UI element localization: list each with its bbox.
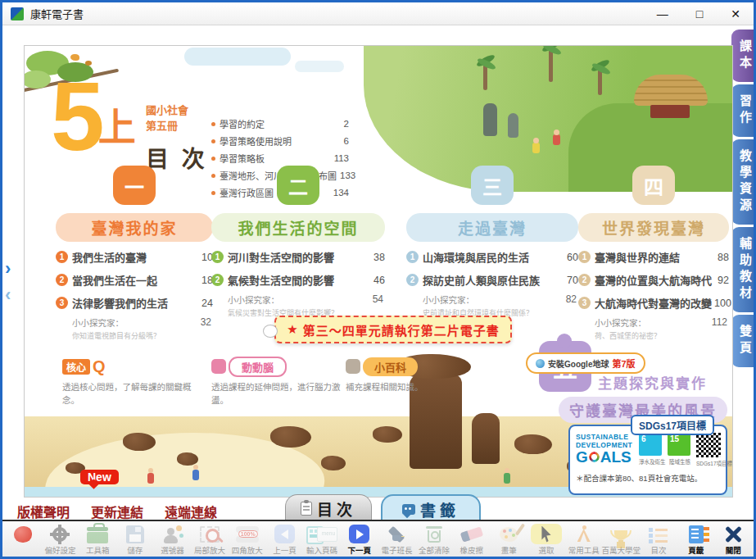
zoom-corner-icon: 100% — [236, 525, 259, 543]
toc-list-icon — [649, 526, 668, 543]
grade-heading: 5 上 — [51, 70, 136, 162]
page-back-arrow[interactable]: ‹ — [5, 284, 11, 306]
rock — [177, 452, 198, 466]
unit-4-number-icon: 四 — [632, 166, 675, 205]
clipboard-icon — [301, 502, 312, 516]
book-tabs-icon — [689, 525, 704, 543]
lesson-row[interactable]: 1 臺灣與世界的連結 88 — [578, 249, 729, 265]
lesson-row[interactable]: 2 臺灣的位置與大航海時代 92 — [578, 272, 729, 288]
sdg-goal-15-icon: 15 陸域生態 — [668, 433, 692, 466]
bullet-icon — [211, 122, 215, 126]
legend-brainstorm: 動動腦 透過課程的延伸問題，進行腦力激盪。 — [211, 357, 352, 407]
unit-1-title[interactable]: 臺灣我的家 — [56, 213, 213, 242]
new-badge: New — [80, 470, 119, 484]
prev-page-icon — [274, 525, 295, 543]
toc-button[interactable]: 目次 — [640, 521, 677, 557]
preferences-button[interactable]: 偏好設定 — [42, 521, 79, 557]
bookmark-tab[interactable]: 書籤 — [381, 494, 481, 522]
clear-all-button[interactable]: 全部清除 — [415, 521, 453, 557]
zoom-area-button[interactable]: 局部放大 — [191, 521, 229, 557]
prev-page-button[interactable]: 上一頁 — [266, 521, 304, 557]
front-matter-item[interactable]: 學習策略使用說明 6 — [211, 134, 349, 148]
globe-icon — [536, 359, 545, 368]
next-page-button[interactable]: 下一頁 — [341, 521, 378, 557]
minimize-button[interactable]: — — [657, 8, 668, 20]
mascot-tool[interactable] — [4, 521, 42, 557]
sdg-note: ＊配合課本第80、81頁社會充電站。 — [576, 472, 721, 484]
tab-textbook[interactable]: 課本 — [731, 30, 754, 82]
bird-icon — [70, 54, 79, 61]
walking-kid-illustration — [532, 143, 540, 153]
install-google-earth-button[interactable]: 安裝Google地球 第7版 — [526, 352, 645, 374]
maximize-button[interactable]: □ — [696, 8, 703, 20]
walking-person-illustration — [192, 470, 199, 480]
tab-workbook[interactable]: 習作 — [731, 84, 754, 137]
page-input-icon: menu — [306, 526, 337, 542]
rock-pillar-illustration — [472, 413, 500, 464]
cloud-illustration — [184, 48, 291, 66]
page-input-button[interactable]: menu 輸入頁碼 — [303, 521, 341, 557]
save-button[interactable]: 儲存 — [116, 521, 154, 557]
number-picker-button[interactable]: 選號器 — [154, 521, 192, 557]
palm-tree-icon — [598, 69, 602, 95]
palette-icon — [500, 527, 518, 542]
title-bar: 康軒電子書 — □ ✕ — [2, 2, 754, 25]
unit-1-number-icon: 一 — [113, 166, 156, 205]
save-icon — [126, 525, 144, 543]
rock — [321, 456, 346, 470]
class-monitor-button[interactable]: 電子班長 — [378, 521, 416, 557]
sdg-qr-code: SDGs17項目標 — [696, 433, 721, 467]
unit-2-title[interactable]: 我們生活的空間 — [211, 213, 385, 242]
toolbox-button[interactable]: 工具箱 — [79, 521, 116, 557]
lesson-row[interactable]: 1 河川對生活空間的影響 38 — [211, 249, 385, 265]
compass-icon — [576, 525, 592, 543]
sdg-17-goals-button[interactable]: SDGs17項目標 — [631, 415, 714, 435]
unit-2-column: 二 我們生活的空間 1 河川對生活空間的影響 38 2 氣候對生活空間的影響 4… — [211, 166, 385, 318]
graduation-cap-icon — [385, 526, 408, 543]
explorer-row[interactable]: 小小探究家： 82 史前遺址和自然環境有什麼關係？ — [406, 293, 578, 318]
number-picker-icon — [162, 525, 182, 543]
lesson-row[interactable]: 3 法律影響我們的生活 24 — [56, 295, 213, 311]
lesson-row[interactable]: 2 氣候對生活空間的影響 46 — [211, 272, 385, 288]
zoom-corner-button[interactable]: 100% 四角放大 — [229, 521, 266, 557]
toc-tab[interactable]: 目次 — [285, 494, 372, 522]
common-tools-button[interactable]: 常用工具 — [565, 521, 603, 557]
lesson-row[interactable]: 1 我們生活的臺灣 10 — [56, 249, 213, 265]
page-tabs-button[interactable]: 頁籤 — [677, 521, 715, 557]
close-button[interactable]: ✕ — [731, 8, 740, 20]
explorer-row[interactable]: 小小探究家： 32 你知道電視節目有分級嗎？ — [56, 316, 213, 341]
unit-4-title[interactable]: 世界發現臺灣 — [578, 213, 729, 242]
tab-teaching-resources[interactable]: 教學資源 — [731, 139, 754, 225]
eraser-button[interactable]: 橡皮擦 — [453, 521, 491, 557]
rock — [270, 426, 311, 448]
trash-icon — [428, 530, 441, 543]
trophy-icon — [614, 530, 627, 540]
explorer-row[interactable]: 小小探究家： 54 氣候災害對生活空間有什麼影響？ — [211, 293, 385, 318]
unit-3-column: 三 走過臺灣 1 山海環境與居民的生活 60 2 探訪史前人類與原住民族 70 … — [406, 166, 578, 318]
mascot-icon — [346, 359, 360, 374]
quiz-button[interactable]: 百萬大學堂 — [603, 521, 641, 557]
lesson-row[interactable]: 2 探訪史前人類與原住民族 70 — [406, 272, 578, 288]
close-x-icon — [723, 525, 743, 544]
front-matter-item[interactable]: 學習的約定 2 — [211, 117, 349, 130]
lesson-row[interactable]: 1 山海環境與居民的生活 60 — [406, 249, 578, 265]
lesson-row[interactable]: 3 大航海時代對臺灣的改變 100 — [578, 295, 729, 311]
lesson-row[interactable]: 2 當我們生活在一起 18 — [56, 272, 213, 288]
sdg-goal-6-icon: 6 淨水及衛生 — [639, 433, 663, 466]
page-forward-arrow[interactable]: › — [5, 258, 11, 280]
gear-icon — [52, 527, 67, 542]
tab-dual-page[interactable]: 雙頁 — [731, 315, 754, 367]
book-page: 5 上 國小社會 第五冊 目 次 學習的約定 2 學習策略使用說明 6 學習策略… — [24, 45, 733, 498]
close-app-button[interactable]: 關閉 — [714, 521, 752, 557]
bottom-toolbar: 偏好設定 工具箱 儲存 選號器 局部放大 100% 四角放大 上一頁 menu … — [2, 520, 754, 557]
unit-2-number-icon: 二 — [277, 166, 319, 205]
legend-core-q: 核心 Q 透過核心問題，了解每課的關鍵概念。 — [62, 357, 201, 407]
select-button[interactable]: 選取 — [527, 521, 565, 557]
brush-button[interactable]: 畫筆 — [491, 521, 528, 557]
unit-3-title[interactable]: 走過臺灣 — [406, 213, 578, 242]
front-matter-item[interactable]: 學習策略板 113 — [211, 152, 349, 165]
sdg-ring-icon — [589, 452, 600, 462]
tab-aux-materials[interactable]: 輔助教材 — [731, 227, 754, 312]
palm-tree-icon — [549, 49, 553, 82]
explorer-row[interactable]: 小小探究家： 112 荷、西城堡的祕密？ — [578, 316, 729, 341]
